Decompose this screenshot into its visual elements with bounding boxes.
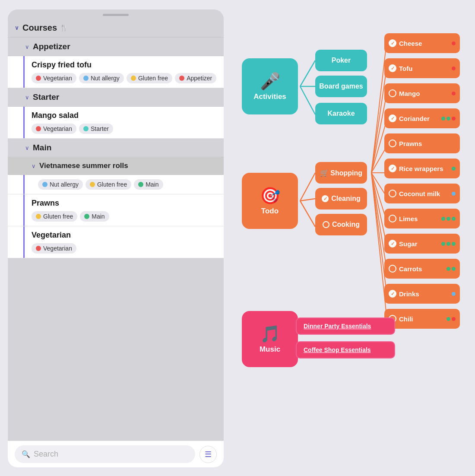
dinner-party-node[interactable]: Dinner Party Essentials — [296, 317, 395, 335]
coffee-shop-node[interactable]: Coffee Shop Essentials — [296, 341, 395, 359]
dot-cheese — [452, 41, 456, 45]
dot-blue2 — [42, 182, 48, 187]
todo-label: Todo — [261, 207, 279, 216]
subsection-appetizer[interactable]: ∨ Appetizer — [8, 38, 224, 56]
leaf-carrots[interactable]: Carrots — [384, 259, 460, 279]
leaf-sugar[interactable]: ✓ Sugar — [384, 234, 460, 254]
leaf-chili[interactable]: Chili — [384, 309, 460, 329]
board-games-label: Board games — [319, 83, 363, 90]
coriander-label: Coriander — [399, 115, 430, 122]
coconut-dots — [452, 192, 456, 196]
music-node[interactable]: 🎵 Music — [242, 311, 298, 367]
chevron-starter: ∨ — [25, 94, 29, 101]
item-viet: Nut allergy Gluten free Main — [8, 175, 224, 194]
search-box[interactable]: 🔍 Search — [15, 445, 195, 463]
limes-label: Limes — [399, 215, 418, 222]
dot-blue — [83, 76, 89, 81]
activities-icon: 🎤 — [260, 72, 280, 91]
section-courses-label: Courses — [22, 23, 57, 33]
dot-green2 — [84, 214, 89, 219]
dot-coriander1 — [441, 117, 445, 121]
leaf-drinks[interactable]: ✓ Drinks — [384, 284, 460, 304]
todo-node[interactable]: 🎯 Todo — [242, 173, 298, 229]
tags-mango: Vegetarian Starter — [32, 124, 217, 134]
subsection-starter[interactable]: ∨ Starter — [8, 88, 224, 107]
svg-line-14 — [371, 173, 386, 244]
leaf-coconut[interactable]: Coconut milk — [384, 184, 460, 203]
mindmap-area: 🎤 Activities Poker Board games Karaoke 🎯… — [216, 0, 475, 476]
leaf-mango[interactable]: Mango — [384, 83, 460, 103]
viet-label: Vietnamese summer rolls — [39, 162, 128, 170]
item-vegetarian: Vegetarian Vegetarian — [8, 226, 224, 258]
svg-line-3 — [300, 173, 315, 201]
drinks-dots — [452, 292, 456, 296]
appetizer-label: Appetizer — [33, 42, 70, 51]
dot-limes2 — [446, 217, 450, 221]
tag-main-prawns: Main — [80, 211, 109, 222]
dot-coconut — [452, 192, 456, 196]
chevron-appetizer: ∨ — [25, 44, 29, 50]
dot-red4 — [36, 246, 41, 251]
leaf-rice-wrappers[interactable]: ✓ Rice wrappers — [384, 159, 460, 178]
carrots-label: Carrots — [399, 265, 422, 273]
tag-gf-viet: Gluten free — [86, 179, 131, 190]
svg-line-2 — [300, 86, 315, 114]
branch-cleaning[interactable]: ✓ Cleaning — [315, 188, 367, 209]
leaf-tofu[interactable]: ✓ Tofu — [384, 58, 460, 78]
dot-carrots1 — [446, 267, 450, 271]
leaf-prawns[interactable]: Prawns — [384, 133, 460, 153]
check-coconut — [389, 190, 396, 197]
dot-carrots2 — [452, 267, 456, 271]
activities-node[interactable]: 🎤 Activities — [242, 58, 298, 114]
leaf-limes[interactable]: Limes — [384, 209, 460, 228]
main-label: Main — [33, 143, 51, 152]
dot-chili2 — [452, 317, 456, 321]
tags-viet: Nut allergy Gluten free Main — [38, 179, 217, 190]
section-courses[interactable]: ∨ Courses 🍴 — [8, 19, 224, 38]
tofu-label: Tofu — [399, 65, 412, 72]
branch-poker[interactable]: Poker — [315, 50, 367, 71]
music-icon: 🎵 — [260, 324, 280, 343]
phone-handle — [103, 14, 129, 16]
limes-dots — [441, 217, 456, 221]
branch-board-games[interactable]: Board games — [315, 76, 367, 97]
item-name-mango: Mango salad — [32, 111, 217, 120]
subsection-viet[interactable]: ∨ Vietnamese summer rolls — [8, 157, 224, 175]
courses-icon: 🍴 — [60, 24, 68, 32]
tags-veg: Vegetarian — [32, 243, 217, 254]
tag-starter: Starter — [79, 124, 113, 134]
rice-label: Rice wrappers — [399, 165, 443, 172]
dot-sugar3 — [452, 242, 456, 246]
search-icon: 🔍 — [22, 450, 30, 458]
branch-karaoke[interactable]: Karaoke — [315, 103, 367, 124]
leaf-coriander[interactable]: ✓ Coriander — [384, 108, 460, 128]
phone-panel: ∨ Courses 🍴 ∨ Appetizer Crispy fried tof… — [8, 10, 224, 467]
tag-veg-only: Vegetarian — [32, 243, 76, 254]
subsection-main[interactable]: ∨ Main — [8, 139, 224, 157]
svg-line-4 — [300, 199, 315, 201]
item-crispy-fried-tofu: Crispy fried tofu Vegetarian Nut allergy… — [8, 56, 224, 88]
branch-shopping[interactable]: 🛒 Shopping — [315, 162, 367, 184]
tag-vegetarian: Vegetarian — [32, 73, 76, 83]
dot-red3 — [36, 126, 41, 131]
dot-teal — [83, 126, 89, 131]
filter-button[interactable]: ☰ — [200, 446, 217, 463]
coconut-label: Coconut milk — [399, 190, 440, 197]
check-tofu: ✓ — [389, 64, 396, 72]
dot-sugar1 — [441, 242, 445, 246]
rice-dots — [452, 167, 456, 171]
branch-cooking[interactable]: Cooking — [315, 214, 367, 235]
check-cooking — [323, 221, 329, 228]
tag-nut-allergy: Nut allergy — [79, 73, 124, 83]
check-limes — [389, 215, 396, 222]
dinner-party-label: Dinner Party Essentials — [304, 323, 371, 330]
dot-limes1 — [441, 217, 445, 221]
tag-appetizer: Appetizer — [175, 73, 216, 83]
dot-yellow — [131, 76, 136, 81]
chili-dots — [446, 317, 456, 321]
check-carrots — [389, 265, 396, 273]
leaf-cheese[interactable]: ✓ Cheese — [384, 33, 460, 53]
cooking-label: Cooking — [332, 221, 360, 228]
check-cleaning: ✓ — [322, 195, 329, 202]
check-coriander: ✓ — [389, 114, 396, 122]
